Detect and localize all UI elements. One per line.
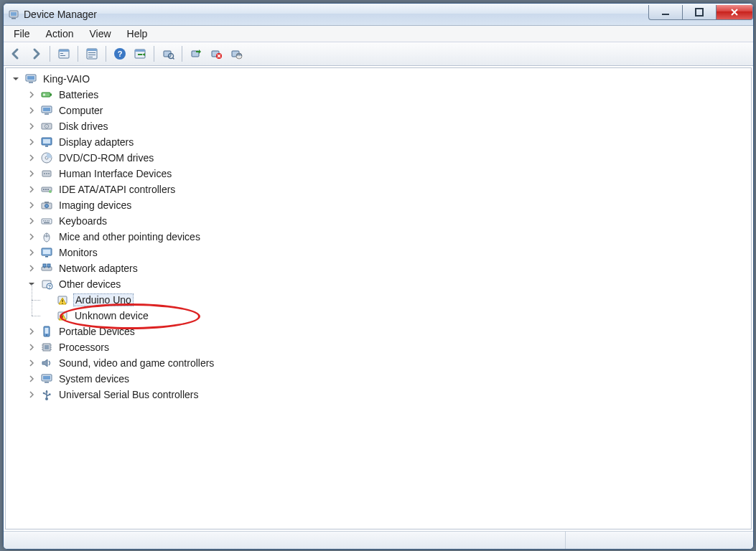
svg-point-54 (49, 190, 52, 193)
tree-item-ide[interactable]: IDE ATA/ATAPI controllers (26, 182, 751, 197)
svg-point-48 (46, 173, 47, 174)
help-button[interactable]: ? (111, 44, 129, 63)
mouse-icon (40, 230, 53, 243)
monitor-icon (40, 246, 53, 259)
tree-item-label: Human Interface Devices (57, 168, 173, 179)
tree-root[interactable]: King-VAIO (10, 71, 751, 87)
maximize-button[interactable] (682, 5, 717, 20)
svg-rect-97 (45, 382, 49, 383)
expand-icon[interactable] (27, 264, 36, 273)
collapse-icon[interactable] (11, 75, 20, 83)
svg-rect-57 (45, 202, 49, 203)
warning-device-icon (56, 309, 69, 322)
scan-button[interactable] (159, 44, 177, 63)
menu-action[interactable]: Action (39, 27, 81, 41)
expand-icon[interactable] (27, 343, 36, 352)
disable-button[interactable] (227, 44, 246, 63)
status-cell (566, 532, 753, 549)
tree-item-disk-drives[interactable]: Disk drives (26, 118, 751, 134)
tree-item-system[interactable]: System devices (26, 371, 751, 387)
expand-icon[interactable] (27, 201, 36, 209)
menubar: File Action View Help (4, 26, 753, 42)
expand-icon[interactable] (27, 375, 36, 383)
tree-item-sound[interactable]: Sound, video and game controllers (26, 355, 751, 371)
usb-icon (40, 388, 53, 401)
expand-icon[interactable] (27, 169, 36, 178)
refresh-button[interactable] (131, 44, 149, 63)
svg-rect-2 (11, 18, 16, 19)
tree-item-usb[interactable]: Universal Serial Bus controllers (26, 387, 751, 402)
svg-rect-3 (662, 14, 669, 15)
tree-item-label: Keyboards (57, 215, 108, 227)
update-driver-button[interactable] (187, 44, 205, 63)
expand-icon[interactable] (27, 154, 36, 162)
tree-item-label: Other devices (57, 278, 122, 290)
expand-icon[interactable] (27, 390, 36, 399)
svg-point-40 (46, 126, 47, 127)
tree-item-monitors[interactable]: Monitors (26, 245, 751, 260)
svg-rect-17 (135, 50, 145, 52)
expand-icon[interactable] (27, 248, 36, 257)
tree-item-label: Sound, video and game controllers (57, 357, 215, 369)
uninstall-button[interactable] (207, 44, 225, 63)
svg-rect-68 (43, 250, 50, 254)
svg-rect-34 (43, 94, 45, 96)
svg-rect-53 (47, 189, 49, 190)
tree-item-label: Disk drives (57, 121, 109, 132)
svg-rect-6 (59, 50, 69, 52)
tree-item-keyboards[interactable]: Keyboards (26, 213, 751, 229)
svg-text:?: ? (118, 50, 123, 58)
tree-item-label: Monitors (57, 247, 99, 258)
tree-item-dvd[interactable]: DVD/CD-ROM drives (26, 150, 751, 166)
svg-point-56 (45, 204, 49, 208)
properties-button[interactable] (83, 44, 101, 63)
tree-item-mice[interactable]: Mice and other pointing devices (26, 229, 751, 245)
svg-point-100 (43, 392, 45, 395)
tree-item-unknown-device[interactable]: Unknown device (42, 308, 751, 324)
svg-text:?: ? (48, 284, 51, 289)
svg-rect-72 (47, 264, 50, 267)
tree-item-computer[interactable]: Computer (26, 103, 751, 118)
back-button[interactable] (6, 44, 25, 63)
window-title: Device Manager (24, 9, 97, 20)
tree-item-network[interactable]: Network adapters (26, 260, 751, 276)
menu-view[interactable]: View (82, 27, 118, 41)
expand-icon[interactable] (27, 185, 36, 194)
expand-icon[interactable] (27, 90, 36, 99)
tree-item-arduino-uno[interactable]: Arduino Uno (42, 292, 751, 308)
menu-file[interactable]: File (6, 27, 37, 41)
menu-help[interactable]: Help (120, 27, 155, 41)
tree-item-display-adapters[interactable]: Display adapters (26, 134, 751, 150)
svg-rect-18 (138, 54, 142, 55)
expand-icon[interactable] (27, 217, 36, 225)
tree-item-label: Imaging devices (57, 199, 133, 211)
tree-item-batteries[interactable]: Batteries (26, 87, 751, 103)
expand-icon[interactable] (27, 232, 36, 241)
tree-item-hid[interactable]: Human Interface Devices (26, 166, 751, 182)
expand-icon[interactable] (27, 122, 36, 131)
close-button[interactable] (717, 5, 753, 20)
expand-icon[interactable] (27, 359, 36, 367)
svg-rect-70 (42, 267, 52, 270)
minimize-button[interactable] (648, 5, 682, 20)
tree-item-other-devices[interactable]: ? Other devices (26, 276, 751, 292)
forward-button[interactable] (27, 44, 45, 63)
expand-icon[interactable] (27, 138, 36, 146)
computer-icon (40, 104, 53, 117)
svg-rect-23 (196, 51, 199, 52)
status-cell (4, 532, 566, 549)
svg-rect-82 (62, 316, 62, 319)
device-tree-pane[interactable]: King-VAIO Batteries Computer (5, 67, 752, 529)
titlebar[interactable]: Device Manager (4, 4, 753, 26)
tree-item-imaging[interactable]: Imaging devices (26, 197, 751, 213)
expand-icon[interactable] (27, 327, 36, 336)
keyboard-icon (40, 215, 53, 227)
tree-item-label: Unknown device (73, 310, 150, 321)
expand-icon[interactable] (27, 106, 36, 115)
tree-item-portable[interactable]: Portable Devices (26, 324, 751, 339)
svg-rect-63 (44, 222, 50, 224)
tree-item-processors[interactable]: Processors (26, 339, 751, 355)
device-manager-window: Device Manager File Action View Help (3, 3, 754, 550)
show-hidden-button[interactable] (55, 44, 73, 63)
svg-rect-12 (88, 55, 95, 55)
